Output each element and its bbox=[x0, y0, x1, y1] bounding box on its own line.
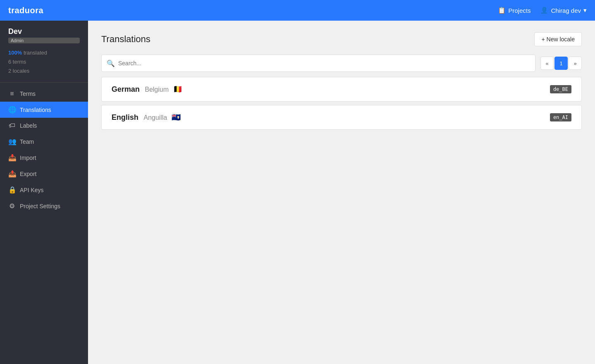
projects-link[interactable]: 📋 Projects bbox=[498, 7, 531, 14]
sidebar-item-label: Team bbox=[20, 138, 34, 145]
export-icon: 📤 bbox=[8, 170, 16, 178]
sidebar-item-label: Labels bbox=[20, 122, 37, 129]
sidebar-item-label: Project Settings bbox=[20, 203, 60, 209]
locale-code: de_BE bbox=[550, 85, 571, 93]
locale-info: English Anguilla 🇦🇮 bbox=[112, 113, 181, 122]
main-content: Translations + New locale 🔍 « 1 » German… bbox=[88, 21, 595, 364]
sidebar-item-translations[interactable]: 🌐 Translations bbox=[0, 102, 88, 118]
locale-info: German Belgium 🇧🇪 bbox=[112, 85, 182, 94]
locale-card[interactable]: German Belgium 🇧🇪 de_BE bbox=[101, 77, 582, 102]
locales-list: German Belgium 🇧🇪 de_BE English Anguilla… bbox=[101, 77, 582, 130]
sidebar-item-label: Terms bbox=[20, 90, 36, 97]
pagination-next[interactable]: » bbox=[569, 57, 582, 70]
topnav-right: 📋 Projects 👤 Chirag dev ▾ bbox=[498, 7, 587, 14]
projects-label: Projects bbox=[508, 7, 531, 14]
admin-badge: Admin bbox=[8, 38, 80, 43]
sidebar-item-labels[interactable]: 🏷 Labels bbox=[0, 118, 88, 133]
project-name: Dev bbox=[0, 27, 88, 38]
user-icon: 👤 bbox=[540, 7, 548, 14]
locale-code: en_AI bbox=[550, 113, 571, 121]
sidebar-item-label: Export bbox=[20, 171, 36, 177]
sidebar-item-project-settings[interactable]: ⚙ Project Settings bbox=[0, 198, 88, 214]
translations-icon: 🌐 bbox=[8, 106, 16, 114]
sidebar-divider bbox=[0, 82, 88, 83]
search-row: 🔍 « 1 » bbox=[101, 55, 582, 72]
locale-language: English bbox=[112, 113, 138, 121]
locale-region: Belgium bbox=[145, 86, 169, 93]
pagination: « 1 » bbox=[540, 57, 582, 70]
app-logo: traduora bbox=[8, 6, 43, 15]
import-icon: 📥 bbox=[8, 154, 16, 162]
team-icon: 👥 bbox=[8, 138, 16, 145]
locale-flag: 🇧🇪 bbox=[173, 85, 182, 93]
translated-label: translated bbox=[24, 50, 47, 56]
sidebar-item-import[interactable]: 📥 Import bbox=[0, 150, 88, 166]
sidebar-item-label: Translations bbox=[20, 107, 51, 113]
projects-icon: 📋 bbox=[498, 7, 506, 14]
search-icon: 🔍 bbox=[107, 59, 115, 67]
page-title: Translations bbox=[101, 34, 150, 45]
user-label: Chirag dev bbox=[551, 7, 581, 14]
terms-icon: ≡ bbox=[8, 90, 16, 98]
locale-language: German bbox=[112, 85, 140, 93]
user-menu[interactable]: 👤 Chirag dev ▾ bbox=[540, 7, 587, 14]
sidebar-item-api-keys[interactable]: 🔒 API Keys bbox=[0, 182, 88, 198]
api-keys-icon: 🔒 bbox=[8, 186, 16, 194]
new-locale-button[interactable]: + New locale bbox=[534, 32, 582, 46]
translated-pct: 100% bbox=[8, 50, 22, 56]
search-input[interactable] bbox=[118, 60, 530, 67]
sidebar-item-export[interactable]: 📤 Export bbox=[0, 166, 88, 182]
locale-card[interactable]: English Anguilla 🇦🇮 en_AI bbox=[101, 105, 582, 130]
search-container: 🔍 bbox=[101, 55, 536, 72]
locale-region: Anguilla bbox=[143, 114, 167, 121]
locales-count: 2 locales bbox=[8, 68, 29, 74]
sidebar-item-label: API Keys bbox=[20, 187, 44, 193]
pagination-prev[interactable]: « bbox=[540, 57, 554, 70]
sidebar-item-terms[interactable]: ≡ Terms bbox=[0, 86, 88, 102]
terms-count: 6 terms bbox=[8, 59, 26, 65]
chevron-down-icon: ▾ bbox=[583, 7, 587, 14]
page-header: Translations + New locale bbox=[101, 32, 582, 46]
labels-icon: 🏷 bbox=[8, 122, 16, 129]
sidebar-item-label: Import bbox=[20, 155, 36, 161]
sidebar-stats: 100% translated 6 terms 2 locales bbox=[0, 48, 88, 82]
sidebar-item-team[interactable]: 👥 Team bbox=[0, 133, 88, 150]
locale-flag: 🇦🇮 bbox=[171, 113, 181, 121]
pagination-current[interactable]: 1 bbox=[555, 57, 568, 70]
project-settings-icon: ⚙ bbox=[8, 202, 16, 210]
sidebar: Dev Admin 100% translated 6 terms 2 loca… bbox=[0, 21, 88, 364]
layout: Dev Admin 100% translated 6 terms 2 loca… bbox=[0, 21, 595, 364]
topnav: traduora 📋 Projects 👤 Chirag dev ▾ bbox=[0, 0, 595, 21]
